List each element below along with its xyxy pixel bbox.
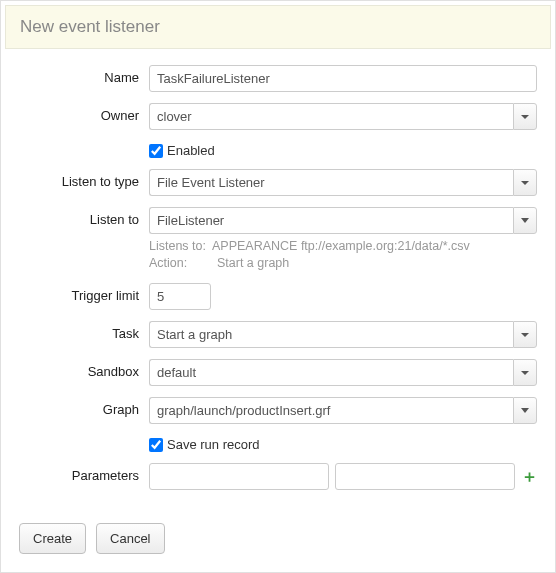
chevron-down-icon xyxy=(521,115,529,119)
trigger-limit-input[interactable] xyxy=(149,283,211,310)
cancel-button[interactable]: Cancel xyxy=(96,523,164,554)
chevron-down-icon xyxy=(521,371,529,375)
label-listen-to-type: Listen to type xyxy=(19,169,149,189)
panel-title: New event listener xyxy=(20,17,536,37)
label-task: Task xyxy=(19,321,149,341)
label-owner: Owner xyxy=(19,103,149,123)
triangle-down-icon xyxy=(521,408,529,413)
owner-select[interactable] xyxy=(149,103,513,130)
listen-to-select[interactable] xyxy=(149,207,513,234)
enabled-checkbox-wrap[interactable]: Enabled xyxy=(149,141,537,158)
label-sandbox: Sandbox xyxy=(19,359,149,379)
chevron-down-icon xyxy=(521,333,529,337)
listen-to-type-dropdown-button[interactable] xyxy=(513,169,537,196)
label-graph: Graph xyxy=(19,397,149,417)
sandbox-dropdown-button[interactable] xyxy=(513,359,537,386)
plus-icon[interactable]: ＋ xyxy=(521,469,537,485)
save-run-record-label: Save run record xyxy=(167,437,260,452)
param-key-input[interactable] xyxy=(149,463,329,490)
event-listener-panel: New event listener Name Owner xyxy=(0,0,556,573)
sandbox-select[interactable] xyxy=(149,359,513,386)
enabled-checkbox[interactable] xyxy=(149,144,163,158)
graph-input[interactable] xyxy=(149,397,513,424)
action-hint-value: Start a graph xyxy=(217,255,289,272)
param-value-input[interactable] xyxy=(335,463,515,490)
action-hint: Action: Start a graph xyxy=(149,255,537,272)
listen-to-dropdown-button[interactable] xyxy=(513,207,537,234)
label-trigger-limit: Trigger limit xyxy=(19,283,149,303)
chevron-down-icon xyxy=(521,181,529,185)
task-select[interactable] xyxy=(149,321,513,348)
task-dropdown-button[interactable] xyxy=(513,321,537,348)
panel-header: New event listener xyxy=(5,5,551,49)
create-button[interactable]: Create xyxy=(19,523,86,554)
listens-to-hint-label: Listens to: xyxy=(149,238,206,255)
enabled-label: Enabled xyxy=(167,143,215,158)
label-parameters: Parameters xyxy=(19,463,149,483)
listens-to-hint: Listens to: APPEARANCE ftp://example.org… xyxy=(149,238,537,255)
save-run-record-checkbox-wrap[interactable]: Save run record xyxy=(149,435,537,452)
name-input[interactable] xyxy=(149,65,537,92)
form-body: Name Owner Enabled xyxy=(5,59,551,515)
triangle-down-icon xyxy=(521,218,529,223)
label-listen-to: Listen to xyxy=(19,207,149,227)
action-hint-label: Action: xyxy=(149,255,211,272)
owner-dropdown-button[interactable] xyxy=(513,103,537,130)
graph-dropdown-button[interactable] xyxy=(513,397,537,424)
label-name: Name xyxy=(19,65,149,85)
footer: Create Cancel xyxy=(5,515,551,568)
listens-to-hint-value: APPEARANCE ftp://example.org:21/data/*.c… xyxy=(212,238,470,255)
save-run-record-checkbox[interactable] xyxy=(149,438,163,452)
listen-to-type-select[interactable] xyxy=(149,169,513,196)
